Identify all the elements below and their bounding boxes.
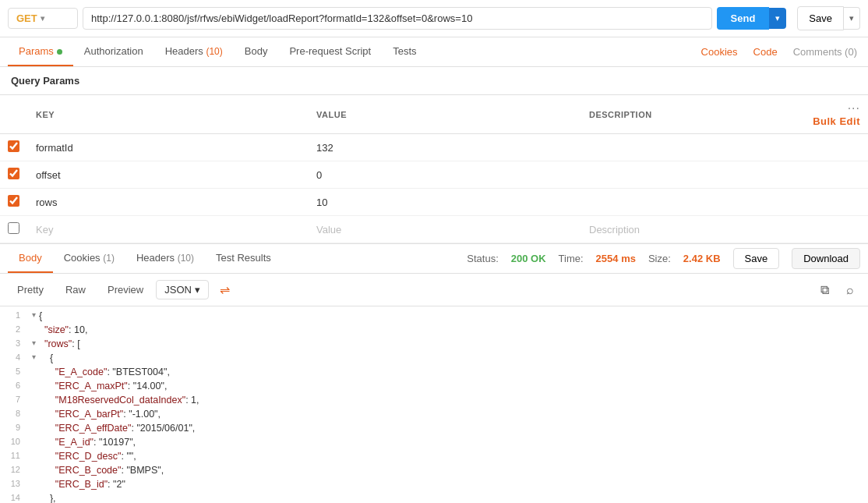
tab-headers[interactable]: Headers (10): [154, 37, 234, 66]
tab-body[interactable]: Body: [234, 37, 279, 66]
resp-tab-headers[interactable]: Headers (10): [125, 244, 205, 273]
table-row: rows 10: [0, 189, 868, 216]
status-label: Status:: [467, 253, 498, 264]
top-bar: GET ▾ Send ▾ Save ▾: [0, 0, 868, 37]
json-line: 4▾ {: [0, 352, 868, 366]
line-number: 7: [0, 395, 28, 404]
json-line: 10 "E_A_id": "10197",: [0, 436, 868, 450]
json-line: 11 "ERC_D_desc": "",: [0, 450, 868, 464]
right-tab-cookies[interactable]: Cookies: [698, 38, 741, 66]
fmt-tab-raw[interactable]: Raw: [56, 280, 95, 299]
json-line: 2 "size": 10,: [0, 324, 868, 338]
line-content: "ERC_D_desc": "",: [39, 451, 868, 462]
format-row: Pretty Raw Preview JSON ▾ ⇌ ⧉ ⌕: [0, 274, 868, 306]
col-check-header: [0, 95, 28, 134]
resp-tab-cookies[interactable]: Cookies (1): [53, 244, 125, 273]
json-line: 6 "ERC_A_maxPt": "14.00",: [0, 380, 868, 394]
json-line: 5 "E_A_code": "BTEST004",: [0, 366, 868, 380]
size-label: Size:: [648, 253, 671, 264]
line-content: "ERC_B_code": "BMPS",: [39, 465, 868, 476]
line-arrow[interactable]: ▾: [28, 352, 39, 361]
row-value: Value: [316, 224, 341, 236]
send-dropdown[interactable]: ▾: [769, 8, 786, 29]
json-line: 12 "ERC_B_code": "BMPS",: [0, 464, 868, 478]
line-arrow[interactable]: ▾: [28, 338, 39, 347]
line-number: 10: [0, 437, 28, 446]
row-key: offset: [36, 169, 61, 181]
method-select[interactable]: GET ▾: [8, 8, 78, 29]
line-number: 13: [0, 479, 28, 488]
send-group: Send ▾: [717, 7, 787, 30]
resp-download-button[interactable]: Download: [792, 248, 860, 269]
tab-tests[interactable]: Tests: [382, 37, 427, 66]
json-line: 3▾ "rows": [: [0, 338, 868, 352]
line-content: "ERC_A_barPt": "-1.00",: [39, 409, 868, 420]
row-checkbox[interactable]: [8, 222, 19, 234]
right-tab-code[interactable]: Code: [750, 38, 781, 66]
row-checkbox[interactable]: [8, 195, 19, 207]
line-number: 2: [0, 324, 28, 334]
save-dropdown[interactable]: ▾: [844, 7, 860, 30]
right-tab-comments[interactable]: Comments (0): [790, 38, 860, 66]
bulk-edit-button[interactable]: Bulk Edit: [813, 115, 860, 127]
headers-badge: (10): [206, 46, 222, 57]
resp-tab-test-results[interactable]: Test Results: [205, 244, 282, 273]
tab-params[interactable]: Params: [8, 37, 73, 66]
right-tabs: Cookies Code Comments (0): [698, 38, 860, 66]
status-code: 200 OK: [511, 253, 546, 264]
method-chevron: ▾: [41, 14, 44, 23]
json-line: 9 "ERC_A_effDate": "2015/06/01",: [0, 422, 868, 436]
row-value: 10: [316, 197, 327, 208]
resp-save-button[interactable]: Save: [733, 248, 780, 269]
row-key: rows: [36, 197, 57, 208]
json-area[interactable]: 1▾{2 "size": 10,3▾ "rows": [4▾ {5 "E_A_c…: [0, 306, 868, 503]
line-content: "rows": [: [39, 338, 868, 349]
fmt-chevron: ▾: [195, 284, 200, 296]
line-number: 5: [0, 367, 28, 376]
save-button[interactable]: Save: [797, 6, 844, 30]
col-value-header: VALUE: [309, 95, 581, 134]
row-checkbox[interactable]: [8, 168, 19, 179]
status-info: Status: 200 OK Time: 2554 ms Size: 2.42 …: [467, 248, 860, 269]
more-options-button[interactable]: ···: [848, 101, 860, 115]
line-number: 3: [0, 338, 28, 348]
table-row: formatId 132: [0, 134, 868, 161]
response-tabs-row: Body Cookies (1) Headers (10) Test Resul…: [0, 243, 868, 274]
url-input[interactable]: [83, 7, 712, 30]
row-key: Key: [36, 224, 53, 236]
col-desc-header: DESCRIPTION: [581, 95, 803, 134]
line-number: 4: [0, 352, 28, 362]
query-params-label: Query Params: [0, 67, 868, 95]
line-content: "E_A_code": "BTEST004",: [39, 367, 868, 377]
size-value: 2.42 KB: [683, 253, 721, 264]
fmt-tab-preview[interactable]: Preview: [98, 280, 153, 299]
col-key-header: KEY: [28, 95, 309, 134]
line-number: 9: [0, 423, 28, 432]
tab-pre-request[interactable]: Pre-request Script: [278, 37, 382, 66]
send-button[interactable]: Send: [717, 7, 770, 30]
fmt-tab-pretty[interactable]: Pretty: [8, 280, 53, 299]
line-content: {: [39, 310, 868, 321]
resp-tab-body[interactable]: Body: [8, 244, 53, 273]
line-number: 1: [0, 310, 28, 320]
copy-icon[interactable]: ⧉: [814, 280, 835, 300]
row-checkbox[interactable]: [8, 140, 19, 152]
line-content: "E_A_id": "10197",: [39, 437, 868, 448]
line-content: {: [39, 352, 868, 363]
json-line: 13 "ERC_B_id": "2": [0, 478, 868, 492]
wrap-button[interactable]: ⇌: [212, 278, 238, 301]
fmt-select-json[interactable]: JSON ▾: [156, 280, 209, 299]
row-key: formatId: [36, 142, 73, 154]
table-row: offset 0: [0, 161, 868, 189]
save-group: Save ▾: [797, 6, 860, 30]
line-arrow[interactable]: ▾: [28, 310, 39, 319]
json-line: 8 "ERC_A_barPt": "-1.00",: [0, 408, 868, 422]
search-icon[interactable]: ⌕: [840, 280, 860, 300]
line-content: },: [39, 493, 868, 503]
line-number: 14: [0, 493, 28, 502]
json-line: 1▾{: [0, 310, 868, 324]
params-dot: [57, 49, 62, 55]
method-label: GET: [16, 12, 37, 24]
json-line: 7 "M18ReservedCol_dataIndex": 1,: [0, 394, 868, 408]
tab-authorization[interactable]: Authorization: [73, 37, 154, 66]
